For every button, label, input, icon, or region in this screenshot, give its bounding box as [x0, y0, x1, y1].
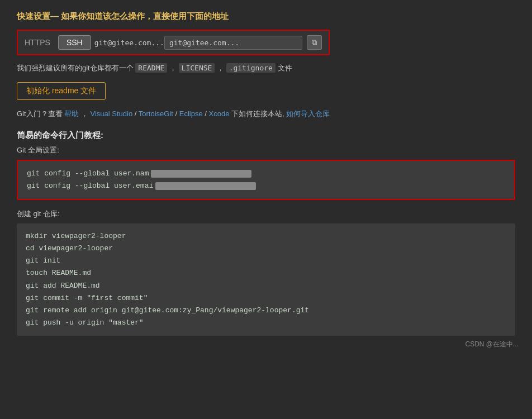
config-name-cmd: git config --global user.nam [27, 168, 149, 180]
readme-code: README [135, 63, 167, 73]
cmd-git-init: git init [26, 255, 506, 267]
git-intro-suffix: 下如何连接本站, [231, 109, 284, 118]
cmd-git-remote: git remote add origin git@gitee.com:zy_P… [26, 304, 506, 317]
create-repo-block: mkdir viewpager2-looper cd viewpager2-lo… [17, 223, 515, 336]
gitignore-code: .gitignore [226, 63, 276, 73]
tortoise-git-link[interactable]: TortoiseGit [139, 109, 173, 118]
protocol-row: HTTPS SSH git@gitee.com... ⧉ [17, 30, 330, 55]
cmd-mkdir: mkdir viewpager2-looper [26, 230, 506, 242]
cmd-git-push: git push -u origin "master" [26, 317, 506, 329]
username-blurred [151, 170, 251, 178]
sep2: ， [217, 64, 224, 72]
import-repo-link[interactable]: 如何导入仓库 [286, 109, 330, 118]
sep1: ， [169, 64, 177, 72]
init-readme-button[interactable]: 初始化 readme 文件 [17, 82, 106, 100]
git-intro-prefix: Git入门？查看 [17, 109, 63, 118]
cmd-cd: cd viewpager2-looper [26, 242, 506, 255]
eclipse-link[interactable]: Eclipse [179, 109, 203, 118]
config-email-cmd: git config --global user.emai [27, 180, 153, 192]
cmd-git-commit: git commit -m "first commit" [26, 292, 506, 304]
command-tutorial-title: 简易的命令行入门教程: [17, 130, 515, 141]
global-config-block: git config --global user.nam git config … [17, 160, 515, 200]
email-blurred [155, 182, 256, 190]
cmd-touch: touch README.md [26, 267, 506, 279]
https-label[interactable]: HTTPS [25, 38, 50, 47]
license-code: LICENSE [179, 63, 215, 73]
page-container: 快速设置— 如果你知道该怎么操作，直接使用下面的地址 HTTPS SSH git… [0, 0, 532, 356]
recommendation-text: 我们强烈建议所有的git仓库都有一个 README ， LICENSE ， .g… [17, 63, 515, 73]
global-config-line-1: git config --global user.nam [27, 168, 505, 180]
global-config-line-2: git config --global user.emai [27, 180, 505, 192]
rec-prefix: 我们强烈建议所有的git仓库都有一个 [17, 64, 134, 72]
quick-setup-title: 快速设置— 如果你知道该怎么操作，直接使用下面的地址 [17, 11, 515, 22]
git-intro-sep: ， [81, 109, 88, 118]
copy-icon: ⧉ [312, 38, 317, 46]
help-link[interactable]: 帮助 [64, 109, 81, 118]
repo-url-display: git@gitee.com... [94, 39, 164, 47]
watermark: CSDN @在途中... [465, 340, 519, 349]
global-config-label: Git 全局设置: [17, 145, 515, 155]
visual-studio-link[interactable]: Visual Studio [91, 109, 133, 118]
xcode-link[interactable]: Xcode [209, 109, 230, 118]
repo-url-input[interactable] [164, 36, 302, 50]
copy-url-button[interactable]: ⧉ [307, 35, 322, 50]
cmd-git-add: git add README.md [26, 280, 506, 292]
git-intro: Git入门？查看 帮助 ， Visual Studio / TortoiseGi… [17, 109, 515, 119]
ssh-tab[interactable]: SSH [58, 35, 91, 50]
rec-end: 文件 [278, 64, 292, 72]
create-repo-label: 创建 git 仓库: [17, 209, 515, 219]
